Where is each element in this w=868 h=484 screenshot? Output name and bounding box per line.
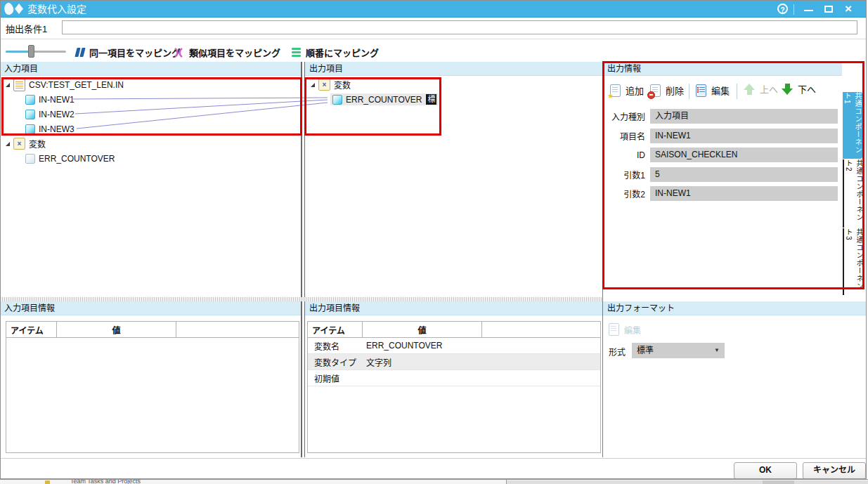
field-value[interactable]: IN-NEW1 bbox=[650, 186, 838, 201]
table-row[interactable]: 変数名 ERR_COUNTOVER bbox=[308, 338, 600, 354]
map-similar-items-button[interactable]: 類似項目をマッピング bbox=[173, 46, 280, 59]
tab-common-component-2[interactable]: 共通コンポーネント2 bbox=[843, 159, 864, 228]
background-panel bbox=[507, 480, 868, 484]
variable-assignment-dialog: 変数代入設定 ? × 抽出条件1 同一項目をマッピング 類似項目をマッピング 順… bbox=[0, 0, 868, 484]
extract-condition-input[interactable] bbox=[62, 20, 857, 34]
add-button[interactable]: ★ 追加 bbox=[610, 84, 644, 97]
standard-badge: 標 bbox=[426, 94, 436, 105]
format-edit-label: 編集 bbox=[624, 324, 641, 336]
map-same-label: 同一項目をマッピング bbox=[89, 46, 181, 59]
tree-node-variables[interactable]: × 変数 bbox=[305, 77, 600, 92]
move-down-label: 下へ bbox=[798, 82, 816, 96]
row-item: 初期値 bbox=[308, 372, 363, 384]
tree-item-in-new2[interactable]: IN-NEW2 bbox=[0, 107, 299, 122]
output-format-header: 出力フォーマット bbox=[603, 301, 867, 315]
tree-node-csv[interactable]: CSV:TEST_GET_LEN.IN bbox=[0, 77, 299, 92]
move-up-button: 上へ bbox=[744, 82, 778, 96]
tree-item-label: ERR_COUNTOVER bbox=[346, 95, 422, 105]
tree-node-label: 変数 bbox=[29, 138, 46, 150]
format-edit-button-disabled: 編集 bbox=[609, 323, 641, 336]
minimize-icon[interactable] bbox=[804, 10, 813, 11]
field-label: 引数1 bbox=[606, 169, 645, 181]
down-arrow-icon bbox=[782, 84, 793, 95]
tab-common-component-3[interactable]: 共通コンポーネント3 bbox=[843, 228, 864, 295]
map-same-items-button[interactable]: 同一項目をマッピング bbox=[76, 46, 181, 59]
map-in-order-button[interactable]: 順番にマッピング bbox=[292, 46, 379, 59]
panel-splitter-vertical-2[interactable] bbox=[602, 62, 603, 457]
move-up-label: 上へ bbox=[760, 82, 778, 96]
window-title: 変数代入設定 bbox=[27, 1, 86, 18]
tree-expand-icon[interactable] bbox=[6, 142, 10, 146]
tree-expand-icon[interactable] bbox=[6, 83, 10, 87]
tree-node-label: CSV:TEST_GET_LEN.IN bbox=[29, 80, 124, 90]
table-row[interactable]: 変数タイプ 文字列 bbox=[308, 354, 600, 370]
field-cube-icon bbox=[332, 95, 342, 105]
table-header-row: アイテム 値 bbox=[308, 322, 600, 338]
column-header-extra bbox=[482, 322, 600, 337]
panel-splitter-vertical-1[interactable] bbox=[301, 62, 305, 457]
column-header-item: アイテム bbox=[308, 322, 363, 337]
field-value[interactable]: 入力項目 bbox=[650, 109, 838, 124]
column-header-item: アイテム bbox=[6, 322, 57, 337]
background-element bbox=[763, 480, 794, 484]
variable-icon: × bbox=[13, 138, 25, 150]
field-cube-icon bbox=[25, 110, 35, 119]
tree-item-in-new1[interactable]: IN-NEW1 bbox=[0, 92, 299, 107]
tree-item-in-new3[interactable]: IN-NEW3 bbox=[0, 122, 299, 136]
field-row-item-name: 項目名 IN-NEW1 bbox=[606, 129, 838, 143]
cancel-button[interactable]: キャンセル bbox=[803, 462, 866, 479]
row-item: 変数タイプ bbox=[308, 356, 363, 368]
zoom-slider-thumb[interactable] bbox=[28, 45, 34, 58]
field-label: 入力種別 bbox=[606, 110, 645, 122]
field-value[interactable]: 5 bbox=[650, 167, 838, 182]
extract-condition-label: 抽出条件1 bbox=[6, 22, 47, 35]
output-item-info-table: アイテム 値 変数名 ERR_COUNTOVER 変数タイプ 文字列 初期値 bbox=[307, 321, 601, 453]
field-row-arg1: 引数1 5 bbox=[606, 167, 838, 182]
tree-expand-icon[interactable] bbox=[311, 83, 315, 87]
column-header-value: 値 bbox=[363, 322, 482, 337]
field-label: 項目名 bbox=[606, 130, 645, 142]
format-type-value: 標準 bbox=[637, 346, 654, 355]
title-bar: 変数代入設定 ? × bbox=[0, 0, 867, 18]
row-value: ERR_COUNTOVER bbox=[363, 341, 600, 351]
input-items-panel-header: 入力項目 bbox=[0, 62, 301, 76]
tree-item-label: IN-NEW2 bbox=[39, 110, 75, 119]
output-items-tree: × 変数 ERR_COUNTOVER 標 bbox=[305, 77, 600, 107]
map-order-icon bbox=[292, 46, 301, 58]
format-type-dropdown[interactable]: 標準 ▼ bbox=[632, 343, 725, 358]
maximize-icon[interactable] bbox=[824, 6, 833, 13]
tree-item-err-countover-output[interactable]: ERR_COUNTOVER 標 bbox=[305, 92, 600, 107]
field-value[interactable]: IN-NEW1 bbox=[650, 129, 838, 143]
selected-tree-item[interactable]: ERR_COUNTOVER 標 bbox=[330, 93, 439, 105]
map-order-label: 順番にマッピング bbox=[306, 46, 379, 59]
delete-label: 削除 bbox=[666, 84, 684, 97]
divider bbox=[0, 39, 867, 39]
delete-icon bbox=[650, 84, 661, 97]
help-icon[interactable]: ? bbox=[777, 4, 788, 14]
csv-file-icon bbox=[13, 79, 25, 91]
edit-label: 編集 bbox=[711, 84, 730, 97]
edit-icon bbox=[696, 84, 706, 97]
up-arrow-icon bbox=[744, 84, 755, 95]
field-value[interactable]: SAISON_CHECKLEN bbox=[650, 148, 838, 162]
input-item-info-header: 入力項目情報 bbox=[0, 301, 301, 315]
map-same-icon bbox=[76, 48, 84, 57]
output-info-panel-header: 出力情報 bbox=[603, 62, 842, 76]
background-window-strip: Team Tasks and Projects bbox=[0, 479, 868, 484]
table-row[interactable]: 初期値 bbox=[308, 370, 600, 386]
output-item-info-header: 出力項目情報 bbox=[305, 301, 602, 315]
field-row-id: ID SAISON_CHECKLEN bbox=[606, 148, 838, 162]
tab-common-component-1[interactable]: 共通コンポーネント1 bbox=[843, 92, 862, 159]
delete-button[interactable]: 削除 bbox=[650, 84, 684, 97]
tree-node-variables[interactable]: × 変数 bbox=[0, 136, 299, 151]
edit-button[interactable]: 編集 bbox=[696, 84, 730, 97]
field-label: ID bbox=[606, 150, 645, 160]
ok-button[interactable]: OK bbox=[734, 462, 797, 479]
field-row-arg2: 引数2 IN-NEW1 bbox=[606, 186, 838, 201]
tree-item-err-countover[interactable]: ERR_COUNTOVER bbox=[0, 151, 299, 166]
toolbar-separator bbox=[737, 84, 737, 99]
close-icon[interactable]: × bbox=[845, 1, 852, 17]
move-down-button[interactable]: 下へ bbox=[782, 82, 816, 96]
background-window-text: Team Tasks and Projects bbox=[70, 479, 141, 484]
row-value: 文字列 bbox=[363, 356, 600, 368]
